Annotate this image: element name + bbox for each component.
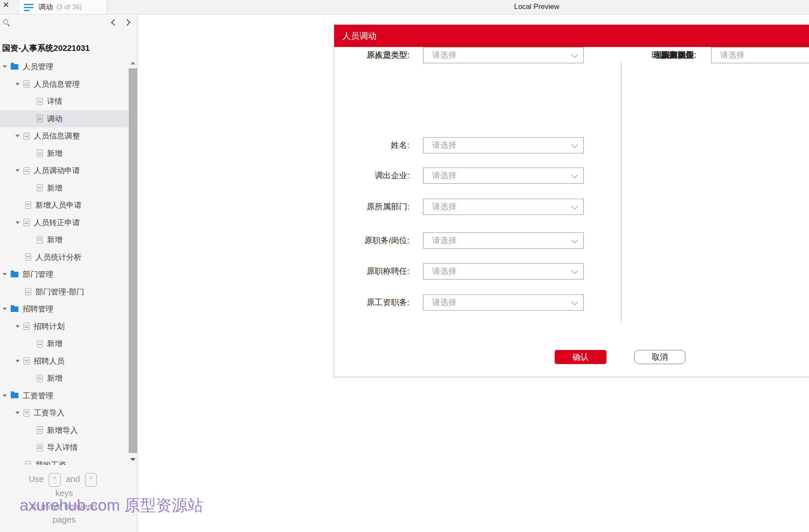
form-row: 调出企业:请选择: [336, 168, 584, 184]
old-salary-grade-select[interactable]: 请选择: [423, 294, 584, 311]
keyboard-hint: Use <, and >. keys to move between pages: [0, 473, 128, 526]
tree-item[interactable]: 人员管理: [0, 58, 128, 76]
tree-item[interactable]: 导入详情: [0, 439, 128, 456]
tree-item-selected[interactable]: 调动: [0, 110, 128, 128]
old-position-select[interactable]: 请选择: [423, 232, 584, 249]
sitemap-icon[interactable]: [24, 3, 33, 12]
page-icon: [24, 357, 29, 364]
tree-item[interactable]: 人员统计分析: [0, 249, 128, 266]
tree-item[interactable]: 新增: [0, 231, 128, 249]
folder-icon: [11, 64, 18, 70]
search-icon[interactable]: [3, 19, 8, 24]
sidebar-scrollbar[interactable]: [128, 60, 138, 465]
tree-item[interactable]: 招聘人员: [0, 353, 128, 370]
tree-item[interactable]: 新增: [0, 145, 128, 162]
scroll-down-icon[interactable]: [130, 458, 135, 461]
form-row: 原所属部门:请选择: [336, 199, 584, 215]
expander-icon[interactable]: [15, 135, 20, 137]
sitemap-sidebar: 国资-人事系统20221031 人员管理 人员信息管理 详情 调动 人员信息调整…: [0, 15, 138, 532]
tree-item[interactable]: 新增: [0, 335, 128, 353]
project-title: 国资-人事系统20221031: [2, 43, 130, 54]
tree-item[interactable]: 人员信息管理: [0, 76, 128, 93]
expander-icon[interactable]: [3, 273, 7, 276]
page-icon: [37, 444, 43, 451]
tree-item[interactable]: 部门管理: [0, 266, 128, 283]
tree-item[interactable]: 工资管理: [0, 387, 128, 405]
tree-item[interactable]: 详情: [0, 93, 128, 110]
tree-item[interactable]: 招聘管理: [0, 300, 128, 318]
next-page-icon[interactable]: [124, 19, 131, 26]
cancel-button[interactable]: 取消: [634, 350, 685, 364]
folder-icon: [11, 393, 18, 398]
tree-item[interactable]: 人员转正申请: [0, 214, 128, 232]
column-divider: [621, 62, 621, 323]
scroll-up-icon[interactable]: [130, 62, 135, 65]
expander-icon[interactable]: [15, 83, 20, 85]
expander-icon[interactable]: [3, 394, 7, 397]
dialog-title: 人员调动: [342, 31, 377, 41]
tree-item[interactable]: 人员调动申请: [0, 162, 128, 179]
expander-icon[interactable]: [15, 360, 20, 362]
folder-icon: [11, 272, 18, 277]
old-department-select[interactable]: 请选择: [423, 199, 584, 215]
form-row: 原工资职务:请选择: [336, 294, 584, 311]
old-title-select[interactable]: 请选择: [423, 263, 584, 279]
tree-item[interactable]: 新增: [0, 370, 128, 387]
page-icon: [25, 288, 31, 295]
page-icon: [37, 236, 43, 244]
tree-item[interactable]: 新增: [0, 179, 128, 197]
expander-icon[interactable]: [15, 411, 20, 414]
page-icon: [25, 253, 31, 261]
form-row: 原职称聘任:请选择: [336, 263, 584, 279]
form-row: 现核定类型:请选择: [622, 47, 809, 63]
page-icon: [24, 219, 29, 226]
form-row: 姓名:请选择: [336, 137, 584, 153]
page-icon: [37, 340, 43, 347]
page-icon: [37, 426, 43, 434]
chevron-down-icon: [571, 267, 578, 274]
scrollbar-thumb[interactable]: [129, 68, 137, 453]
tree-item[interactable]: 新增导入: [0, 422, 128, 439]
new-approved-type-select[interactable]: 请选择: [711, 47, 809, 63]
chevron-down-icon: [571, 141, 578, 148]
from-company-select[interactable]: 请选择: [423, 168, 584, 184]
chevron-down-icon: [571, 51, 578, 58]
top-bar: 调动 (3 of 36) Local Preview: [0, 0, 809, 15]
name-select[interactable]: 请选择: [423, 137, 584, 153]
tree-item[interactable]: 人员信息调整: [0, 127, 128, 145]
folder-icon: [11, 306, 18, 312]
expander-icon[interactable]: [15, 169, 20, 172]
tree-item[interactable]: 招聘计划: [0, 318, 128, 335]
page-icon: [37, 184, 43, 191]
tab-title: 调动: [38, 2, 53, 12]
old-approved-type-select[interactable]: 请选择: [423, 47, 584, 63]
close-icon[interactable]: [3, 1, 9, 8]
expander-icon[interactable]: [15, 325, 20, 328]
dialog-title-bar: 人员调动: [334, 25, 809, 47]
window-title: Local Preview: [514, 3, 559, 11]
page-icon: [37, 98, 43, 105]
period-key-icon: >.: [85, 473, 97, 487]
page-icon: [24, 409, 29, 417]
page-icon: [25, 202, 31, 209]
personnel-transfer-dialog: 人员调动 姓名:请选择 调出企业:请选择 原所属部门:请选择 原职务/岗位:请选…: [334, 24, 809, 377]
expander-icon[interactable]: [3, 308, 7, 310]
page-tab[interactable]: 调动 (3 of 36): [18, 0, 107, 14]
chevron-down-icon: [571, 172, 578, 179]
page-icon: [24, 167, 29, 174]
tree-item[interactable]: 工资导入: [0, 404, 128, 422]
page-icon: [37, 150, 43, 157]
form-row: 原核定类型:请选择: [336, 47, 584, 63]
expander-icon[interactable]: [3, 65, 7, 68]
chevron-down-icon: [571, 299, 578, 306]
page-icon: [37, 375, 43, 382]
page-icon: [37, 115, 43, 122]
comma-key-icon: <,: [49, 473, 61, 487]
tree-item[interactable]: 我的工资: [0, 456, 128, 465]
confirm-button[interactable]: 确认: [555, 350, 606, 364]
tree-item[interactable]: 部门管理-部门: [0, 283, 128, 301]
previous-page-icon[interactable]: [111, 19, 118, 26]
page-icon: [24, 323, 29, 330]
tree-item[interactable]: 新增人员申请: [0, 197, 128, 214]
expander-icon[interactable]: [15, 221, 20, 224]
